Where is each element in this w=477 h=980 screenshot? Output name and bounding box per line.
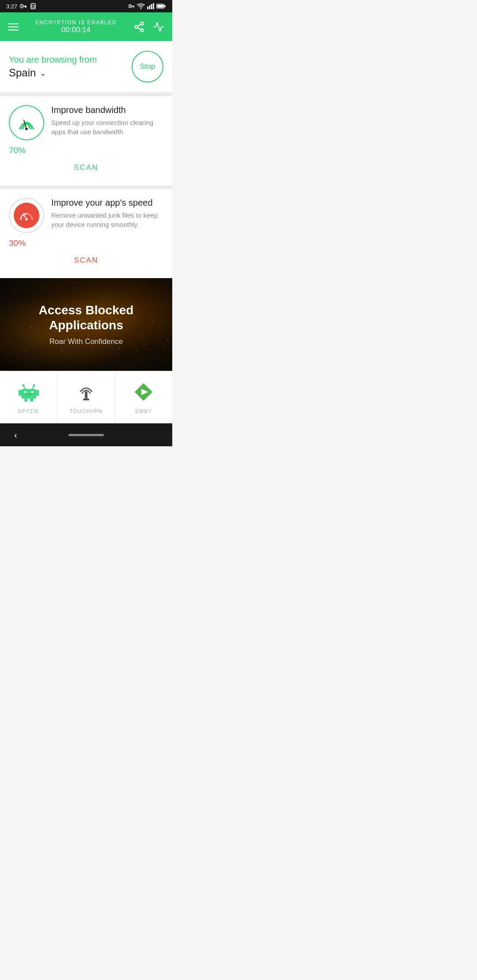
menu-button[interactable] (8, 23, 19, 30)
svg-point-85 (31, 391, 33, 393)
back-button[interactable]: ‹ (14, 430, 17, 440)
banner-title: Access Blocked Applications (0, 303, 172, 332)
wifi-status-icon (137, 3, 145, 9)
svg-point-52 (44, 348, 45, 349)
bandwidth-icon-wrap (9, 105, 44, 140)
speed-percent: 30% (9, 238, 163, 248)
svg-rect-94 (30, 398, 33, 402)
bottom-navigation: ‹ (0, 423, 172, 446)
current-location: Spain (9, 67, 36, 79)
svg-rect-14 (151, 4, 152, 9)
svg-point-8 (129, 6, 131, 7)
app-label-spyzie: SPYZIE (18, 408, 39, 415)
svg-rect-96 (83, 399, 89, 400)
svg-rect-11 (132, 7, 133, 8)
svg-point-50 (26, 351, 27, 352)
section-divider-2 (0, 185, 172, 189)
key-icon (20, 4, 27, 8)
speed-card-content: Improve your app's speed Remove unwanted… (9, 198, 163, 233)
time-display: 3:27 (6, 3, 17, 10)
svg-point-65 (163, 346, 164, 347)
browsing-section: You are browsing from Spain ⌄ Stop (0, 41, 172, 93)
svg-point-60 (118, 348, 120, 350)
speedometer-icon (14, 203, 39, 228)
stop-button[interactable]: Stop (132, 51, 163, 83)
bandwidth-text: Improve bandwidth Speed up your connecti… (51, 105, 163, 136)
emby-icon (132, 381, 155, 403)
status-right (129, 3, 166, 9)
battery-icon (156, 4, 166, 9)
svg-line-22 (137, 27, 140, 29)
svg-point-64 (154, 348, 155, 349)
featured-apps-row: SPYZIE TOUCHVPN EMBY (0, 371, 172, 423)
svg-rect-3 (26, 7, 26, 8)
status-left: 3:27 (6, 3, 37, 10)
bandwidth-desc: Speed up your connection clearing apps t… (51, 118, 163, 136)
svg-point-27 (26, 219, 28, 221)
svg-rect-18 (164, 5, 166, 7)
speedometer-svg (18, 207, 35, 224)
svg-point-97 (85, 391, 87, 394)
svg-point-89 (22, 384, 24, 387)
app-label-emby: EMBY (135, 408, 152, 415)
svg-rect-91 (19, 390, 21, 396)
app-item-spyzie[interactable]: SPYZIE (0, 371, 57, 423)
bandwidth-title: Improve bandwidth (51, 105, 163, 115)
app-item-emby[interactable]: EMBY (115, 371, 172, 423)
svg-point-61 (128, 346, 129, 347)
speed-desc: Remove unwanted junk files to keep your … (51, 211, 163, 229)
section-divider-1 (0, 93, 172, 96)
svg-point-58 (101, 351, 102, 351)
signal-icon (147, 3, 154, 9)
svg-point-25 (25, 128, 28, 130)
banner-subtitle: Roar With Confidence (0, 337, 172, 346)
location-selector[interactable]: Spain ⌄ (9, 67, 97, 79)
promo-banner: Access Blocked Applications Roar With Co… (0, 278, 172, 371)
android-icon (18, 381, 40, 403)
svg-rect-17 (157, 5, 163, 8)
encryption-label: ENCRYPTION IS ENABLED (35, 19, 117, 26)
svg-rect-13 (149, 5, 151, 9)
svg-point-56 (79, 348, 80, 350)
home-indicator[interactable] (68, 434, 104, 436)
svg-point-49 (13, 346, 14, 347)
svg-rect-15 (153, 3, 155, 9)
svg-line-23 (137, 24, 140, 26)
svg-rect-4 (25, 7, 26, 8)
svg-rect-2 (23, 6, 27, 7)
browsing-info: You are browsing from Spain ⌄ (9, 55, 97, 79)
svg-point-1 (21, 6, 23, 7)
svg-rect-86 (25, 394, 32, 395)
stats-button[interactable] (153, 21, 164, 33)
svg-rect-9 (132, 6, 135, 7)
bandwidth-percent: 70% (9, 146, 163, 155)
speed-card: Improve your app's speed Remove unwanted… (0, 189, 172, 278)
header-center: ENCRYPTION IS ENABLED 00:00:14 (35, 19, 117, 34)
speed-text: Improve your app's speed Remove unwanted… (51, 198, 163, 229)
key-small-icon (129, 4, 135, 8)
speed-title: Improve your app's speed (51, 198, 163, 208)
app-item-touchvpn[interactable]: TOUCHVPN (57, 371, 115, 423)
touchvpn-icon (75, 381, 97, 403)
app-label-touchvpn: TOUCHVPN (69, 408, 102, 415)
share-button[interactable] (133, 21, 145, 33)
browsing-label: You are browsing from (9, 55, 97, 65)
bandwidth-card-content: Improve bandwidth Speed up your connecti… (9, 105, 163, 140)
status-bar: 3:27 (0, 0, 172, 12)
bandwidth-icon (16, 113, 37, 132)
svg-rect-92 (36, 390, 39, 396)
svg-rect-10 (133, 7, 134, 8)
svg-point-84 (24, 391, 26, 393)
bandwidth-card: Improve bandwidth Speed up your connecti… (0, 96, 172, 185)
svg-point-57 (92, 346, 94, 347)
svg-point-54 (61, 350, 63, 352)
app-header: ENCRYPTION IS ENABLED 00:00:14 (0, 12, 172, 41)
svg-point-62 (136, 351, 138, 352)
svg-rect-93 (24, 398, 27, 402)
speed-scan-button[interactable]: SCAN (9, 248, 163, 269)
svg-point-90 (33, 384, 35, 387)
banner-text-content: Access Blocked Applications Roar With Co… (0, 303, 172, 346)
speed-icon-wrap (9, 198, 44, 233)
sim-icon (30, 3, 37, 10)
bandwidth-scan-button[interactable]: SCAN (9, 155, 163, 177)
